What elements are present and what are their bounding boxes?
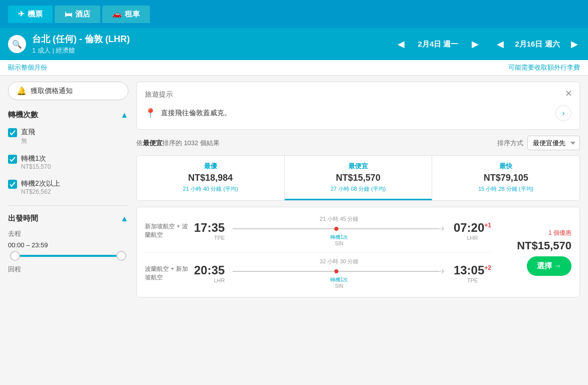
stops-filter: 轉機次數 ▲ 直飛 無 轉機1次 NT$15, [8,110,128,197]
sort-controls: 排序方式 最便宜優先 最快優先 最佳優先 [497,136,580,150]
plane-right-icon: ✈ [440,225,446,233]
stop-dot-return [334,269,338,273]
cheapest-tag: 最便宜 [291,162,426,171]
hotel-icon: 🛏 [65,10,72,19]
return-time-range: 回程 [8,265,128,274]
tab-car-label: 租車 [125,10,140,19]
dep-airport: TPE [194,235,225,241]
filter-one-stop[interactable]: 轉機1次 NT$15,570 [8,152,128,172]
tab-hotel[interactable]: 🛏 酒店 [55,6,100,23]
flight-row-outbound: 新加坡航空 + 波蘭航空 17:35 TPE 21 小時 45 分鐘 [145,215,491,246]
location-pin-icon: 📍 [145,108,156,119]
flight-row-return: 波蘭航空 + 新加坡航空 20:35 LHR 32 小時 30 分鐘 [145,258,491,289]
dep-time-chevron-icon[interactable]: ▲ [120,214,128,223]
stop-label-return: 轉機1次 [330,276,348,283]
notify-label: 獲取價格通知 [31,87,73,96]
sidebar: 🔔 獲取價格通知 轉機次數 ▲ 直飛 無 [8,82,128,301]
best-sub: 21 小時 40 分鐘 (平均) [143,185,278,193]
one-stop-label: 轉機1次 NT$15,570 [21,154,51,170]
cheapest-sub: 27 小時 08 分鐘 (平均) [291,185,426,193]
outbound-label: 去程 [8,229,128,238]
fastest-sub: 15 小時 28 分鐘 (平均) [438,185,573,193]
date-nav-1: ◀ 2月4日 週一 ▶ [396,37,481,52]
flight-price-col: 1 個優惠 NT$15,570 選擇 → [491,215,571,289]
two-plus-label: 轉機2次以上 NT$26,562 [21,179,60,195]
dep-airport-return: LHR [194,277,225,283]
flight-line-return: ✈ [233,267,446,275]
arr-airport: LHR [454,235,491,241]
travel-tip-text: 直接飛往倫敦蓋威克。 [161,109,550,118]
plane-icon: ✈ [18,10,25,19]
dep-time-title: 出發時間 ▲ [8,214,128,223]
notify-button[interactable]: 🔔 獲取價格通知 [8,82,128,100]
slider-thumb-left[interactable] [10,251,20,261]
search-sub: 1 成人 | 經濟艙 [32,46,130,55]
direct-label: 直飛 無 [21,128,35,145]
tab-cheapest[interactable]: 最便宜 NT$15,570 27 小時 08 分鐘 (平均) [285,156,433,200]
tab-best[interactable]: 最優 NT$18,984 21 小時 40 分鐘 (平均) [137,156,285,200]
price-tabs: 最優 NT$18,984 21 小時 40 分鐘 (平均) 最便宜 NT$15,… [136,155,580,201]
main-layout: 🔔 獲取價格通知 轉機次數 ▲ 直飛 無 [0,76,588,307]
tab-flight-label: 機票 [28,10,43,19]
arr-time: 07:20+1 [454,221,491,235]
date-prev-arrow[interactable]: ◀ [396,37,407,52]
outbound-slider[interactable] [10,255,126,257]
plane-right-return-icon: ✈ [440,267,446,275]
flight-track [233,228,440,229]
top-nav: ✈ 機票 🛏 酒店 🚗 租車 [0,0,588,28]
best-tag: 最優 [143,162,278,171]
main-content: 旅遊提示 ✕ 📍 直接飛往倫敦蓋威克。 › 依最便宜排序的 1032 個結果 排… [136,82,580,301]
arr-time-col-return: 13:05+2 TPE [454,263,491,283]
fastest-amount: NT$79,105 [438,173,573,183]
stops-chevron-icon[interactable]: ▲ [120,111,128,120]
one-stop-checkbox[interactable] [8,155,17,164]
tab-car[interactable]: 🚗 租車 [102,6,150,23]
filter-two-plus[interactable]: 轉機2次以上 NT$26,562 [8,177,128,197]
stop-dot [334,227,338,231]
departure-time-range: 去程 00:00 – 23:59 [8,229,128,257]
date-label-1: 2月4日 週一 [411,40,466,49]
tab-flight[interactable]: ✈ 機票 [8,6,53,23]
return-label: 回程 [8,265,128,274]
date-nav-2: ◀ 2月16日 週六 ▶ [495,37,580,52]
cheapest-amount: NT$15,570 [291,173,426,183]
two-plus-checkbox[interactable] [8,180,17,189]
dep-time: 17:35 [194,221,225,235]
search-icon[interactable]: 🔍 [8,35,26,53]
arr-airport-return: TPE [454,277,491,283]
date-next-arrow[interactable]: ▶ [470,37,481,52]
date2-next-arrow[interactable]: ▶ [569,37,580,52]
direct-checkbox[interactable] [8,128,17,137]
subtitle-bar: 顯示整個月份 可能需要收取額外行李費 [0,60,588,76]
flight-card-1: 新加坡航空 + 波蘭航空 17:35 TPE 21 小時 45 分鐘 [136,207,580,297]
flight-discount: 1 個優惠 [548,229,571,237]
date2-prev-arrow[interactable]: ◀ [495,37,506,52]
select-button[interactable]: 選擇 → [527,256,571,276]
sort-select[interactable]: 最便宜優先 最快優先 最佳優先 [527,136,580,150]
travel-tip-action-button[interactable]: › [555,105,571,121]
travel-tip-close-button[interactable]: ✕ [565,88,572,99]
flight-price: NT$15,570 [517,239,571,252]
sort-bar: 依最便宜排序的 1032 個結果 排序方式 最便宜優先 最快優先 最佳優先 [136,136,580,150]
flight-middle-outbound: 21 小時 45 分鐘 ✈ 轉機1次 SIN [229,215,450,246]
tab-hotel-label: 酒店 [75,10,90,19]
airline-name-outbound: 新加坡航空 + 波蘭航空 [145,222,190,239]
filter-direct[interactable]: 直飛 無 [8,126,128,147]
results-count: 依最便宜排序的 1032 個結果 [136,139,220,148]
tab-fastest[interactable]: 最快 NT$79,105 15 小時 28 分鐘 (平均) [432,156,579,200]
flight-line-outbound: ✈ [233,225,446,233]
travel-tip-title: 旅遊提示 [145,90,571,99]
slider-thumb-right[interactable] [116,251,126,261]
flight-card-inner: 新加坡航空 + 波蘭航空 17:35 TPE 21 小時 45 分鐘 [145,215,571,289]
outbound-time-range: 00:00 – 23:59 [8,241,128,249]
show-whole-month[interactable]: 顯示整個月份 [8,63,47,72]
stop-airport-outbound: SIN [335,241,343,246]
travel-tip: 旅遊提示 ✕ 📍 直接飛往倫敦蓋威克。 › [136,82,580,130]
sort-label: 排序方式 [497,139,523,148]
airline-name-return: 波蘭航空 + 新加坡航空 [145,265,190,282]
arr-time-col: 07:20+1 LHR [454,221,491,241]
flight-middle-return: 32 小時 30 分鐘 ✈ 轉機1次 SIN [229,258,450,289]
search-bar: 🔍 台北 (任何) - 倫敦 (LHR) 1 成人 | 經濟艙 ◀ 2月4日 週… [0,28,588,60]
stops-filter-title: 轉機次數 ▲ [8,110,128,120]
flight-duration-outbound: 21 小時 45 分鐘 [320,215,359,223]
